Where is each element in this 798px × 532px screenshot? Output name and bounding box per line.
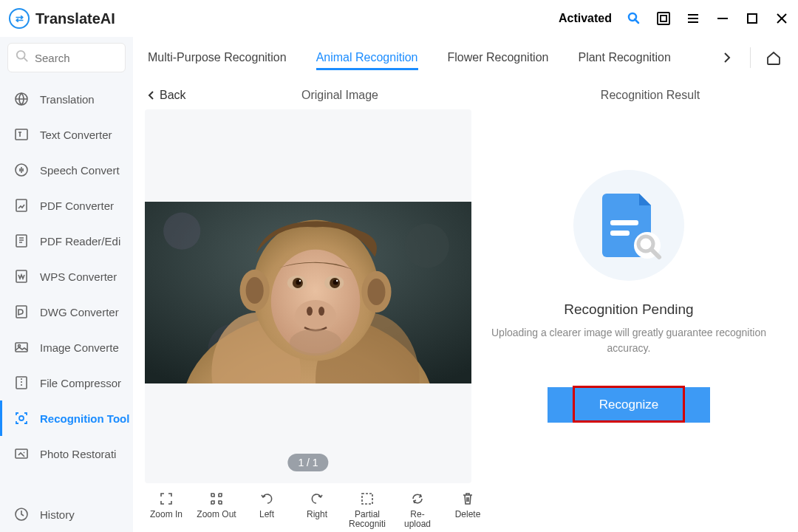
- svg-rect-51: [610, 231, 630, 236]
- sidebar-item-history[interactable]: History: [0, 497, 133, 532]
- pdf-converter-icon: [13, 197, 30, 214]
- sidebar-item-label: Image Converte: [40, 341, 119, 354]
- tab-divider: [750, 47, 751, 68]
- svg-point-22: [19, 416, 24, 420]
- wps-converter-icon: [13, 268, 30, 284]
- crop-icon: [359, 491, 375, 507]
- titlebar: ⇄ TranslateAI Activated: [0, 0, 798, 37]
- sidebar: Translation Text Converter Speech Conver…: [0, 37, 133, 532]
- sidebar-item-file-compressor[interactable]: File Compressor: [0, 365, 133, 400]
- photo-restoration-icon: [13, 446, 30, 462]
- svg-point-34: [246, 277, 264, 304]
- pending-description: Uploading a clearer image will greatly g…: [486, 325, 771, 356]
- original-image-header: Original Image: [177, 89, 502, 102]
- tool-label: Re-upload: [398, 510, 437, 529]
- image-toolbar: Zoom In Zoom Out Left Right Partial Reco…: [133, 483, 798, 532]
- trash-icon: [460, 491, 476, 507]
- close-button[interactable]: [774, 11, 789, 26]
- zoom-in-icon: [158, 491, 174, 507]
- app-name: TranslateAI: [35, 10, 115, 27]
- svg-point-36: [367, 279, 385, 305]
- sidebar-item-label: History: [40, 508, 75, 521]
- text-converter-icon: [13, 126, 30, 143]
- tab-animal[interactable]: Animal Recognition: [316, 41, 418, 75]
- delete-button[interactable]: Delete: [448, 491, 488, 519]
- home-button[interactable]: [764, 48, 783, 67]
- dwg-converter-icon: [13, 304, 30, 320]
- sidebar-item-label: PDF Converter: [40, 200, 114, 212]
- sidebar-item-label: PDF Reader/Edi: [40, 235, 120, 248]
- svg-point-49: [290, 329, 341, 355]
- tool-label: Left: [259, 510, 274, 519]
- sidebar-item-dwg-converter[interactable]: DWG Converter: [0, 294, 133, 330]
- pdf-reader-icon: [13, 233, 30, 249]
- activated-label: Activated: [559, 12, 612, 25]
- partial-recognition-button[interactable]: Partial Recogniti: [347, 491, 387, 529]
- svg-rect-15: [16, 200, 27, 211]
- svg-point-45: [336, 280, 338, 282]
- sidebar-item-translation[interactable]: Translation: [0, 81, 133, 117]
- recognition-tool-icon: [13, 410, 30, 426]
- sidebar-item-label: File Compressor: [40, 377, 121, 389]
- svg-point-27: [405, 224, 449, 268]
- search-icon: [16, 50, 29, 66]
- search-box[interactable]: [7, 43, 126, 72]
- sidebar-item-pdf-reader[interactable]: PDF Reader/Edi: [0, 223, 133, 259]
- svg-point-47: [307, 307, 313, 316]
- reupload-button[interactable]: Re-upload: [398, 491, 437, 529]
- sidebar-item-pdf-converter[interactable]: PDF Converter: [0, 188, 133, 223]
- rotate-right-button[interactable]: Right: [297, 491, 337, 519]
- app-logo: ⇄ TranslateAI: [9, 8, 115, 29]
- image-frame: 1 / 1: [145, 109, 471, 483]
- svg-rect-50: [610, 220, 638, 225]
- sidebar-item-label: DWG Converter: [40, 306, 119, 318]
- sidebar-item-recognition-tool[interactable]: Recognition Tool: [0, 400, 133, 436]
- svg-point-10: [17, 51, 25, 59]
- svg-rect-13: [16, 129, 27, 140]
- tab-multi-purpose[interactable]: Multi-Purpose Recognition: [148, 41, 287, 75]
- tool-label: Right: [307, 510, 327, 519]
- translation-icon: [13, 91, 30, 107]
- sidebar-item-wps-converter[interactable]: WPS Converter: [0, 259, 133, 294]
- tab-plant[interactable]: Plant Recognition: [578, 41, 670, 75]
- tabs-next-button[interactable]: [717, 48, 737, 67]
- svg-rect-55: [362, 494, 372, 504]
- tab-flower[interactable]: Flower Recognition: [448, 41, 549, 75]
- tool-label: Partial Recogniti: [347, 510, 387, 529]
- logo-icon: ⇄: [9, 8, 30, 29]
- tool-label: Zoom Out: [197, 510, 236, 519]
- svg-rect-7: [748, 14, 757, 23]
- main-area: Multi-Purpose Recognition Animal Recogni…: [133, 37, 798, 532]
- rotate-left-button[interactable]: Left: [247, 491, 287, 519]
- search-input[interactable]: [35, 52, 117, 64]
- sidebar-item-text-converter[interactable]: Text Converter: [0, 117, 133, 152]
- sidebar-item-photo-restoration[interactable]: Photo Restorati: [0, 436, 133, 471]
- zoom-out-button[interactable]: Zoom Out: [197, 491, 236, 519]
- svg-rect-1: [658, 13, 669, 24]
- zoom-out-icon: [208, 491, 225, 507]
- rotate-left-icon: [259, 491, 275, 507]
- chevron-left-icon: [146, 90, 157, 100]
- svg-point-48: [318, 307, 324, 316]
- zoom-in-button[interactable]: Zoom In: [146, 491, 186, 519]
- recognition-result-header: Recognition Result: [502, 89, 798, 102]
- uploaded-image: [145, 202, 471, 383]
- rotate-right-icon: [309, 491, 325, 507]
- sidebar-item-speech-convert[interactable]: Speech Convert: [0, 152, 133, 188]
- minimize-button[interactable]: [715, 11, 730, 26]
- screenshot-icon[interactable]: [656, 11, 671, 26]
- key-icon[interactable]: [627, 11, 641, 26]
- svg-rect-2: [661, 16, 666, 21]
- svg-point-46: [295, 300, 336, 332]
- maximize-button[interactable]: [745, 11, 760, 26]
- svg-line-11: [24, 58, 28, 62]
- image-converter-icon: [13, 339, 30, 355]
- recognize-button[interactable]: Recognize: [548, 387, 710, 423]
- svg-rect-18: [16, 306, 27, 318]
- menu-icon[interactable]: [686, 11, 700, 26]
- sidebar-item-image-converter[interactable]: Image Converte: [0, 330, 133, 365]
- svg-rect-19: [16, 343, 27, 352]
- tool-label: Delete: [455, 510, 481, 519]
- file-compressor-icon: [13, 375, 30, 391]
- sidebar-item-label: Translation: [40, 93, 95, 106]
